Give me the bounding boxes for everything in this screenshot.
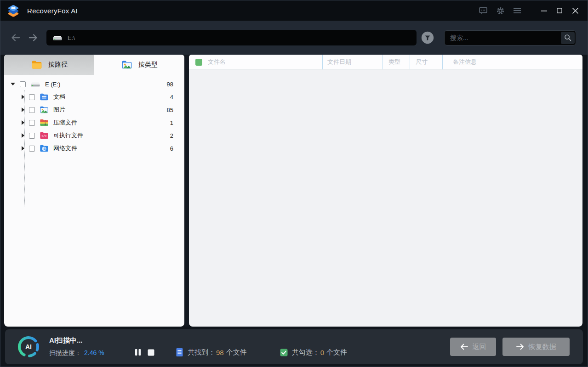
column-type[interactable]: 类型 [382,55,410,69]
tree-row-documents[interactable]: 文档 4 [4,90,184,103]
collapse-arrow-icon[interactable] [11,83,15,85]
app-logo-icon [6,3,21,18]
images-count: 85 [167,107,184,113]
back-arrow-icon[interactable] [10,32,22,44]
recover-data-button[interactable]: 恢复数据 [502,338,570,356]
feedback-icon[interactable] [478,6,488,16]
forward-arrow-icon[interactable] [27,32,39,44]
folder-path-icon [31,59,43,71]
scan-status-block: AI扫描中... 扫描进度：2.46 % [49,336,135,357]
select-all-checkbox[interactable] [195,59,202,66]
executables-label: 可执行文件 [53,131,83,140]
executables-count: 2 [170,132,184,139]
expand-arrow-icon[interactable] [22,120,24,125]
column-note-label: 备注信息 [453,58,477,66]
drive-checkbox[interactable] [20,81,26,87]
folder-executable-icon: </> [39,130,50,141]
found-unit: 个文件 [226,348,247,357]
ai-scan-ring-icon: AI [16,334,41,359]
app-window: RecoveryFox AI [0,0,588,367]
executables-checkbox[interactable] [29,133,35,139]
document-icon [176,348,183,357]
tree-row-images[interactable]: 图片 85 [4,103,184,116]
drive-label: E (E:) [45,81,60,88]
scan-progress-line: 扫描进度：2.46 % [49,349,135,357]
tree-row-drive[interactable]: E (E:) 98 [4,78,184,90]
expand-arrow-icon[interactable] [22,133,24,138]
expand-arrow-icon[interactable] [22,95,24,99]
checked-unit: 个文件 [326,348,347,357]
panel-divider [184,55,189,327]
column-size[interactable]: 尺寸 [410,55,442,69]
status-bar: AI AI扫描中... 扫描进度：2.46 % [5,329,583,364]
web-files-count: 6 [170,145,184,152]
checked-checkbox-icon [280,349,288,356]
documents-checkbox[interactable] [29,94,35,100]
settings-gear-icon[interactable] [495,6,505,16]
images-label: 图片 [53,106,65,114]
folder-documents-icon [39,92,50,102]
back-button[interactable]: 返回 [450,338,496,356]
search-icon[interactable] [561,32,575,44]
sidebar: 按路径 按类型 [4,55,184,327]
svg-text:</>: </> [41,134,47,138]
found-label: 共找到： [188,348,215,357]
folder-type-icon [121,59,133,71]
web-files-label: 网络文件 [53,144,77,152]
menu-icon[interactable] [512,6,522,16]
column-filename-label: 文件名 [208,58,226,66]
filter-icon[interactable] [421,31,434,44]
checked-files-stat: 共勾选：0个文件 [280,348,347,357]
svg-text:AI: AI [25,343,32,350]
documents-label: 文档 [53,93,65,101]
search-input[interactable] [450,34,561,41]
file-tree: E (E:) 98 文档 4 [4,75,184,327]
drive-count: 98 [167,81,184,88]
tree-row-web-files[interactable]: 网络文件 6 [4,142,184,155]
stop-icon[interactable] [148,349,154,356]
column-filename[interactable]: 文件名 [189,55,322,69]
scan-controls-row: 共找到：98个文件 共勾选：0个文件 [135,348,347,357]
scan-progress-label: 扫描进度： [49,349,81,356]
pause-icon[interactable] [135,349,141,356]
sidebar-tabs: 按路径 按类型 [4,55,184,75]
folder-images-icon [39,105,50,115]
back-button-label: 返回 [473,343,486,351]
close-button[interactable] [569,6,581,16]
expand-arrow-icon[interactable] [22,107,24,112]
found-files-stat: 共找到：98个文件 [176,348,247,357]
web-files-checkbox[interactable] [29,146,35,152]
maximize-button[interactable] [554,6,565,16]
column-filedate[interactable]: 文件日期 [322,55,382,69]
checked-label: 共勾选： [292,348,320,357]
content-area: 按路径 按类型 [0,55,588,327]
expand-arrow-icon[interactable] [22,146,24,151]
documents-count: 4 [170,94,184,101]
scan-status-title: AI扫描中... [49,336,135,345]
archives-label: 压缩文件 [53,119,77,127]
navbar: E:\ [0,21,588,55]
checked-count: 0 [320,349,324,356]
column-note[interactable]: 备注信息 [442,55,582,69]
drive-icon [29,79,41,89]
app-title: RecoveryFox AI [27,7,78,15]
tab-by-path-label: 按路径 [48,61,68,69]
titlebar: RecoveryFox AI [0,0,588,21]
column-size-label: 尺寸 [416,58,428,66]
found-count: 98 [216,349,224,356]
table-body-empty [189,70,582,327]
folder-archive-icon [39,118,50,128]
tab-by-path[interactable]: 按路径 [4,55,94,75]
scan-progress-value: 2.46 % [84,349,104,356]
minimize-button[interactable] [538,6,550,16]
tab-by-type[interactable]: 按类型 [94,55,184,75]
images-checkbox[interactable] [29,107,35,113]
recover-arrow-icon [516,344,524,350]
results-panel: 文件名 文件日期 类型 尺寸 备注信息 [189,55,582,327]
tree-row-archives[interactable]: 压缩文件 1 [4,116,184,129]
archives-checkbox[interactable] [29,120,35,126]
path-field[interactable]: E:\ [46,30,417,45]
folder-web-icon [39,143,50,153]
path-value: E:\ [68,34,75,41]
tree-row-executables[interactable]: </> 可执行文件 2 [4,129,184,142]
